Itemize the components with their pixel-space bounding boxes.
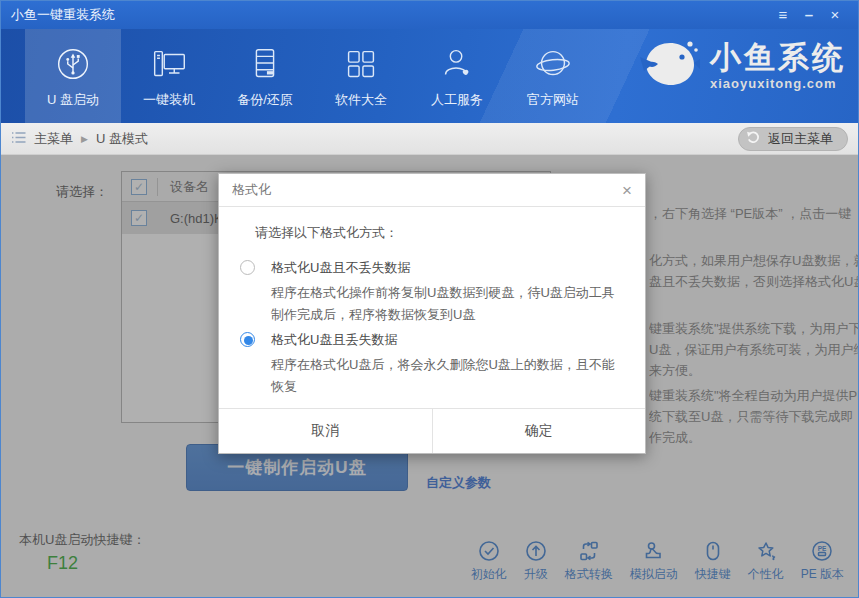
option-title: 格式化U盘且不丢失数据: [271, 260, 626, 276]
backup-restore-icon: [244, 43, 286, 85]
nav-item-software-collection[interactable]: 软件大全: [313, 29, 409, 123]
titlebar: 小鱼一键重装系统 ≡ – ×: [1, 1, 858, 29]
breadcrumb-separator-icon: ▶: [81, 134, 88, 144]
minimize-icon[interactable]: –: [796, 1, 822, 29]
dialog-title: 格式化: [232, 181, 622, 199]
menu-icon[interactable]: ≡: [770, 1, 796, 29]
nav-item-label: 官方网站: [527, 91, 579, 109]
dialog-header: 格式化 ×: [219, 174, 645, 207]
apps-grid-icon: [340, 43, 382, 85]
nav-toolbar: U 盘启动 一键装机: [1, 29, 858, 123]
format-option-keep-data[interactable]: 格式化U盘且不丢失数据 程序在格式化操作前将复制U盘数据到硬盘，待U盘启动工具制…: [240, 260, 626, 326]
breadcrumb-current: U 盘模式: [96, 130, 148, 148]
breadcrumb-root[interactable]: 主菜单: [34, 130, 73, 148]
confirm-button[interactable]: 确定: [433, 409, 646, 453]
list-icon: [11, 131, 26, 147]
nav-item-usb-boot[interactable]: U 盘启动: [25, 29, 121, 123]
nav-item-label: 软件大全: [335, 91, 387, 109]
dialog-close-icon[interactable]: ×: [622, 182, 632, 199]
nav-item-support[interactable]: 人工服务: [409, 29, 505, 123]
format-option-lose-data[interactable]: 格式化U盘且丢失数据 程序在格式化U盘后，将会永久删除您U盘上的数据，且不能恢复: [240, 332, 626, 398]
option-description: 程序在格式化操作前将复制U盘数据到硬盘，待U盘启动工具制作完成后，程序将数据恢复…: [271, 282, 626, 326]
nav-item-official-website[interactable]: 官方网站: [505, 29, 601, 123]
nav-item-label: U 盘启动: [47, 91, 99, 109]
usb-icon: [52, 43, 94, 85]
nav-item-one-click-install[interactable]: 一键装机: [121, 29, 217, 123]
computer-icon: [148, 43, 190, 85]
cancel-button[interactable]: 取消: [219, 409, 433, 453]
fish-logo-icon: [638, 35, 700, 97]
website-globe-icon: [532, 43, 574, 85]
dialog-prompt: 请选择以下格式化方式：: [255, 224, 398, 242]
nav-item-label: 一键装机: [143, 91, 195, 109]
option-title: 格式化U盘且丢失数据: [271, 332, 626, 348]
brand-domain: xiaoyuxitong.com: [710, 77, 846, 90]
dialog-footer: 取消 确定: [219, 408, 645, 453]
support-person-icon: [436, 43, 478, 85]
brand-logo: 小鱼系统 xiaoyuxitong.com: [638, 35, 846, 97]
breadcrumb: 主菜单 ▶ U 盘模式 返回主菜单: [1, 123, 858, 155]
brand-name: 小鱼系统: [710, 42, 846, 73]
window-title: 小鱼一键重装系统: [11, 6, 770, 24]
radio-selected[interactable]: [240, 332, 255, 347]
return-arrow-icon: [745, 129, 762, 149]
nav-item-label: 备份/还原: [237, 91, 293, 109]
back-to-main-menu-button[interactable]: 返回主菜单: [738, 127, 848, 151]
nav-item-label: 人工服务: [431, 91, 483, 109]
nav-item-backup-restore[interactable]: 备份/还原: [217, 29, 313, 123]
app-window: 小鱼一键重装系统 ≡ – × U 盘启动: [0, 0, 859, 598]
radio-unselected[interactable]: [240, 260, 255, 275]
format-dialog: 格式化 × 请选择以下格式化方式： 格式化U盘且不丢失数据 程序在格式化操作前将…: [218, 173, 646, 454]
close-icon[interactable]: ×: [822, 1, 848, 29]
option-description: 程序在格式化U盘后，将会永久删除您U盘上的数据，且不能恢复: [271, 354, 626, 398]
